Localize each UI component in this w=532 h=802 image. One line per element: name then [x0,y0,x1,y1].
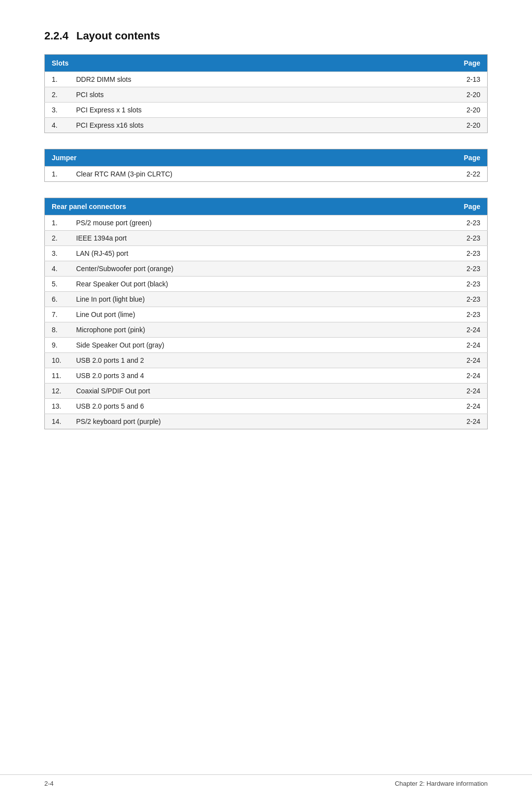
jumper-table: Jumper Page 1.Clear RTC RAM (3-pin CLRTC… [44,149,488,182]
row-description: PCI Express x 1 slots [69,103,373,118]
table-row: 7.Line Out port (lime)2-23 [45,307,488,322]
row-number: 4. [45,118,69,133]
row-number: 1. [45,72,69,87]
row-page: 2-23 [398,307,488,322]
footer: 2-4 Chapter 2: Hardware information [0,774,532,787]
table-row: 1.PS/2 mouse port (green)2-23 [45,215,488,231]
slots-header-row: Slots Page [45,55,488,72]
row-description: USB 2.0 ports 1 and 2 [69,353,398,368]
row-number: 9. [45,338,69,353]
table-row: 1.Clear RTC RAM (3-pin CLRTC)2-22 [45,167,488,182]
row-page: 2-20 [373,87,488,103]
row-number: 7. [45,307,69,322]
row-number: 12. [45,384,69,399]
row-description: Rear Speaker Out port (black) [69,277,398,292]
row-number: 13. [45,399,69,414]
table-row: 8.Microphone port (pink)2-24 [45,322,488,338]
row-description: PCI Express x16 slots [69,118,373,133]
table-row: 4.PCI Express x16 slots2-20 [45,118,488,133]
table-row: 12.Coaxial S/PDIF Out port2-24 [45,384,488,399]
table-row: 5.Rear Speaker Out port (black)2-23 [45,277,488,292]
table-row: 3.PCI Express x 1 slots2-20 [45,103,488,118]
row-number: 1. [45,167,69,182]
row-page: 2-24 [398,338,488,353]
row-number: 1. [45,215,69,231]
row-description: Microphone port (pink) [69,322,398,338]
row-number: 3. [45,103,69,118]
jumper-header-left: Jumper [45,149,397,167]
row-page: 2-23 [398,246,488,261]
row-number: 4. [45,261,69,277]
row-description: PS/2 mouse port (green) [69,215,398,231]
table-row: 10.USB 2.0 ports 1 and 22-24 [45,353,488,368]
section-number: 2.2.4 [44,30,68,42]
row-description: Center/Subwoofer port (orange) [69,261,398,277]
row-number: 14. [45,414,69,429]
table-row: 2.IEEE 1394a port2-23 [45,231,488,246]
table-row: 1.DDR2 DIMM slots2-13 [45,72,488,87]
footer-left: 2-4 [44,780,54,787]
rear-panel-header-left: Rear panel connectors [45,198,398,215]
jumper-header-right: Page [397,149,487,167]
row-number: 6. [45,292,69,307]
section-heading: Layout contents [76,30,160,42]
table-row: 13.USB 2.0 ports 5 and 62-24 [45,399,488,414]
row-page: 2-24 [398,353,488,368]
row-number: 2. [45,87,69,103]
row-page: 2-24 [398,368,488,384]
table-row: 14.PS/2 keyboard port (purple)2-24 [45,414,488,429]
row-description: USB 2.0 ports 3 and 4 [69,368,398,384]
row-number: 11. [45,368,69,384]
row-page: 2-20 [373,118,488,133]
rear-panel-table: Rear panel connectors Page 1.PS/2 mouse … [44,198,488,429]
table-row: 11.USB 2.0 ports 3 and 42-24 [45,368,488,384]
row-description: Side Speaker Out port (gray) [69,338,398,353]
row-page: 2-24 [398,322,488,338]
row-page: 2-23 [398,231,488,246]
row-page: 2-20 [373,103,488,118]
row-page: 2-24 [398,399,488,414]
row-page: 2-13 [373,72,488,87]
slots-table: Slots Page 1.DDR2 DIMM slots2-132.PCI sl… [44,54,488,133]
row-description: PS/2 keyboard port (purple) [69,414,398,429]
row-description: PCI slots [69,87,373,103]
row-number: 10. [45,353,69,368]
table-row: 4.Center/Subwoofer port (orange)2-23 [45,261,488,277]
table-row: 6.Line In port (light blue)2-23 [45,292,488,307]
row-page: 2-23 [398,261,488,277]
row-page: 2-23 [398,292,488,307]
rear-panel-header-row: Rear panel connectors Page [45,198,488,215]
table-row: 9.Side Speaker Out port (gray)2-24 [45,338,488,353]
table-row: 3.LAN (RJ-45) port2-23 [45,246,488,261]
row-number: 5. [45,277,69,292]
row-number: 8. [45,322,69,338]
row-number: 2. [45,231,69,246]
row-page: 2-22 [397,167,487,182]
page-content: 2.2.4Layout contents Slots Page 1.DDR2 D… [0,0,532,485]
row-number: 3. [45,246,69,261]
row-page: 2-23 [398,277,488,292]
row-description: DDR2 DIMM slots [69,72,373,87]
row-description: Line Out port (lime) [69,307,398,322]
footer-right: Chapter 2: Hardware information [395,780,488,787]
row-description: Line In port (light blue) [69,292,398,307]
slots-header-right: Page [373,55,488,72]
row-description: IEEE 1394a port [69,231,398,246]
jumper-header-row: Jumper Page [45,149,488,167]
row-page: 2-24 [398,414,488,429]
row-description: Coaxial S/PDIF Out port [69,384,398,399]
row-description: Clear RTC RAM (3-pin CLRTC) [69,167,397,182]
slots-header-left: Slots [45,55,373,72]
row-description: LAN (RJ-45) port [69,246,398,261]
table-row: 2.PCI slots2-20 [45,87,488,103]
section-title: 2.2.4Layout contents [44,30,488,42]
row-page: 2-23 [398,215,488,231]
row-description: USB 2.0 ports 5 and 6 [69,399,398,414]
rear-panel-header-right: Page [398,198,488,215]
row-page: 2-24 [398,384,488,399]
